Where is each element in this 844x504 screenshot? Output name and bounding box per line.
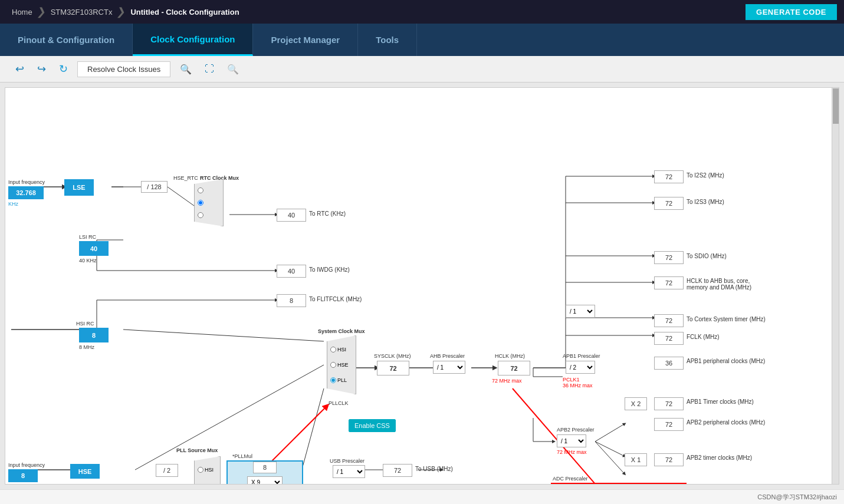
svg-line-34	[595, 442, 625, 474]
pclk1-label-text: PCLK1	[563, 377, 580, 383]
tab-tools[interactable]: Tools	[358, 24, 417, 56]
usb-prescaler-select[interactable]: / 1	[333, 465, 365, 478]
pclk1-max-label: 36 MHz max	[563, 383, 593, 388]
generate-code-button[interactable]: GENERATE CODE	[746, 4, 837, 20]
zoom-out-button[interactable]: 🔍	[224, 61, 242, 77]
to-cortex-label: To Cortex System timer (MHz)	[687, 316, 766, 322]
sys-clk-mux: HSI HSE PLL	[327, 335, 356, 394]
hse-input-value: 8	[8, 469, 38, 482]
hsi-rc-box: 8	[79, 328, 109, 342]
apb1-timer-box: 72	[654, 397, 684, 410]
usb-prescaler-label: USB Prescaler	[330, 458, 364, 464]
fit-button[interactable]: ⛶	[201, 61, 218, 77]
lse-input-value: 32.768	[8, 186, 44, 199]
apb1-periph-box: 36	[654, 357, 684, 370]
sys-clk-mux-label: System Clock Mux	[318, 328, 365, 334]
div128-box: / 128	[141, 181, 168, 193]
hclk-ahb-label: HCLK to AHB bus, core, memory and DMA (M…	[687, 278, 751, 291]
pllclk-label: PLLCLK	[329, 400, 349, 406]
apb2-timer-label: APB2 timer clocks (MHz)	[687, 454, 752, 461]
enable-css-button[interactable]: Enable CSS	[349, 419, 396, 432]
sysclk-hse-radio[interactable]	[330, 362, 336, 368]
clock-diagram: Input frequency 32.768 KHz LSE LSI RC 40…	[5, 88, 839, 484]
rtc-hse-radio[interactable]	[198, 187, 203, 193]
lse-unit-label: KHz	[8, 201, 18, 207]
pll-div2-box: / 2	[156, 464, 178, 477]
status-bar: CSDN@学习STM32#jhaozi	[0, 489, 844, 504]
cortex-div-select[interactable]: / 1	[566, 305, 595, 318]
tab-clock[interactable]: Clock Configuration	[133, 24, 253, 56]
to-flit-box: 8	[277, 294, 306, 307]
zoom-in-button[interactable]: 🔍	[176, 61, 195, 77]
to-i2s3-label: To I2S3 (MHz)	[687, 199, 724, 205]
sysclk-pll-radio[interactable]	[330, 377, 336, 383]
apb1-prescaler-select[interactable]: / 2	[566, 361, 595, 374]
pll-hse-radio[interactable]	[198, 484, 203, 485]
to-i2s2-box: 72	[654, 170, 684, 183]
lsi-rc-label: LSI RC	[79, 234, 96, 240]
pclk2-max-label: 72 MHz max	[557, 449, 587, 455]
pll-hse-text: HSE	[205, 484, 216, 485]
pll-hsi-radio[interactable]	[198, 467, 203, 473]
breadcrumb-current[interactable]: Untitled - Clock Configuration	[126, 5, 244, 19]
adc-prescaler-section: ▶ / 6 12 To ADC1,2,3	[551, 483, 687, 485]
undo-button[interactable]: ↩	[12, 60, 28, 78]
svg-line-4	[168, 187, 194, 206]
breadcrumb-device[interactable]: STM32F103RCTx	[46, 5, 117, 19]
to-rtc-box: 40	[277, 209, 306, 222]
svg-line-14	[300, 388, 324, 476]
apb2-x1-box: X 1	[625, 453, 647, 466]
pll-source-mux-label: PLL Source Mux	[176, 447, 218, 453]
apb1-label: APB1 Prescaler	[563, 353, 600, 359]
pll-src-mux: HSI HSE	[194, 456, 221, 485]
pll-mul-area: 8 X 9 PLL	[226, 460, 303, 485]
rtc-mux	[194, 179, 224, 226]
main-content: Input frequency 32.768 KHz LSE LSI RC 40…	[5, 87, 839, 485]
sysclk-hse-label: HSE	[337, 362, 349, 368]
scrollbar-thumb[interactable]	[833, 88, 839, 124]
top-nav: Home ❯ STM32F103RCTx ❯ Untitled - Clock …	[0, 0, 844, 24]
to-rtc-label: To RTC (KHz)	[309, 210, 346, 217]
input-freq-lse-label: Input frequency	[8, 179, 45, 185]
apb2-periph-label: APB2 peripheral clocks (MHz)	[687, 419, 765, 426]
hse-rtc-label: HSE_RTC	[173, 175, 198, 181]
pll-mul-value-box: 8	[253, 462, 277, 473]
fclk-label: FCLK (MHz)	[687, 334, 720, 340]
svg-line-13	[135, 365, 324, 470]
refresh-button[interactable]: ↻	[55, 60, 71, 78]
tab-bar: Pinout & Configuration Clock Configurati…	[0, 24, 844, 56]
hse-box: HSE	[70, 464, 100, 479]
ahb-prescaler-label: AHB Prescaler	[430, 353, 465, 359]
to-sdio-top-box: 72	[654, 251, 684, 264]
scrollbar[interactable]	[832, 88, 839, 484]
hclk-ahb-box: 72	[654, 276, 684, 289]
svg-line-32	[595, 424, 625, 442]
hclk-max-label: 72 MHz max	[492, 378, 522, 384]
rtc-lse-radio[interactable]	[198, 200, 203, 206]
usb-label: To USB (MHz)	[415, 466, 453, 472]
to-flit-label: To FLITFCLK (MHz)	[309, 296, 362, 302]
tab-pinout[interactable]: Pinout & Configuration	[0, 24, 133, 56]
apb1-periph-label: APB1 peripheral clocks (MHz)	[687, 358, 765, 364]
resolve-clock-button[interactable]: Resolve Clock Issues	[77, 61, 170, 77]
pll-mul-select[interactable]: X 9	[247, 476, 283, 485]
to-sdio-top-label: To SDIO (MHz)	[687, 253, 727, 259]
sysclk-hsi-radio[interactable]	[330, 347, 336, 353]
rtc-lsi-radio[interactable]	[198, 212, 203, 218]
lsi-box: 40	[79, 241, 109, 256]
breadcrumb-home[interactable]: Home	[7, 5, 37, 19]
hclk-box: 72	[498, 361, 530, 375]
apb2-prescaler-select[interactable]: / 1	[557, 434, 586, 447]
apb1-x2-box: X 2	[625, 397, 647, 410]
to-i2s3-box: 72	[654, 197, 684, 210]
lse-box: LSE	[64, 179, 94, 196]
tab-project[interactable]: Project Manager	[253, 24, 358, 56]
input-freq-hse-label: Input frequency	[8, 462, 45, 468]
hclk-label: HCLK (MHz)	[495, 353, 525, 359]
apb1-timer-label: APB1 Timer clocks (MHz)	[687, 398, 754, 405]
ahb-prescaler-select[interactable]: / 1	[433, 361, 465, 374]
sysclk-pll-label: PLL	[337, 377, 347, 383]
apb2-timer-box: 72	[654, 453, 684, 466]
fclk-box: 72	[654, 332, 684, 345]
redo-button[interactable]: ↪	[34, 60, 50, 78]
